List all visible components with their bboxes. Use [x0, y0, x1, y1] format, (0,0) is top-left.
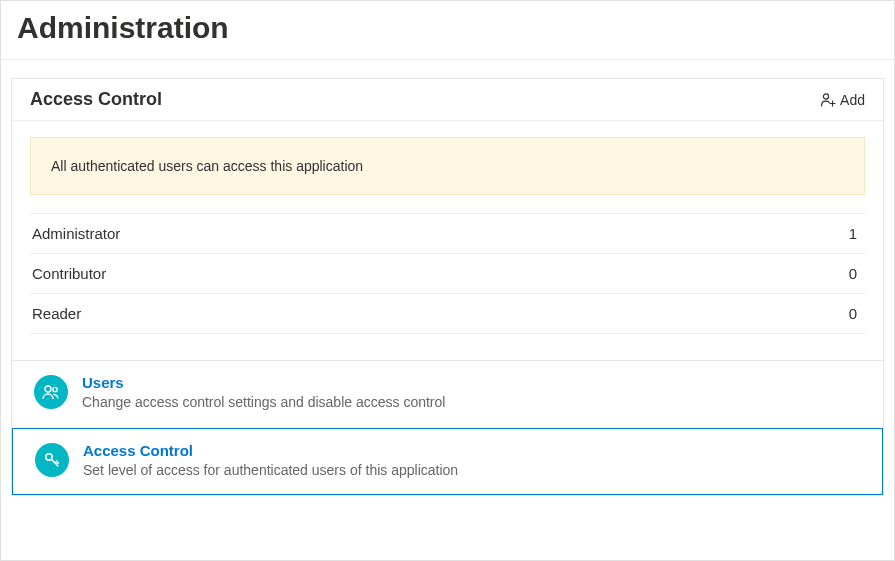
add-button[interactable]: Add	[820, 92, 865, 108]
svg-point-1	[45, 386, 51, 392]
role-name: Reader	[32, 305, 81, 322]
panel-header: Access Control Add	[12, 79, 883, 121]
nav-title-users: Users	[82, 373, 445, 393]
nav-title-access: Access Control	[83, 441, 458, 461]
role-row-reader[interactable]: Reader 0	[30, 294, 865, 334]
key-icon	[35, 443, 69, 477]
svg-point-2	[53, 387, 57, 391]
role-row-contributor[interactable]: Contributor 0	[30, 254, 865, 294]
role-name: Administrator	[32, 225, 120, 242]
nav-links: Users Change access control settings and…	[12, 361, 883, 495]
role-name: Contributor	[32, 265, 106, 282]
role-count: 0	[849, 265, 863, 282]
access-control-panel: Access Control Add All authenticated use…	[11, 78, 884, 496]
nav-text: Access Control Set level of access for a…	[83, 441, 458, 480]
nav-desc-users: Change access control settings and disab…	[82, 393, 445, 413]
banner-text: All authenticated users can access this …	[51, 158, 363, 174]
user-add-icon	[820, 92, 836, 108]
panel-title: Access Control	[30, 89, 162, 110]
page-title: Administration	[17, 11, 878, 45]
add-button-label: Add	[840, 92, 865, 108]
nav-item-users[interactable]: Users Change access control settings and…	[12, 361, 883, 426]
nav-item-access-control[interactable]: Access Control Set level of access for a…	[12, 428, 883, 495]
info-banner: All authenticated users can access this …	[30, 137, 865, 195]
nav-desc-access: Set level of access for authenticated us…	[83, 461, 458, 481]
svg-point-0	[823, 93, 828, 98]
role-count: 1	[849, 225, 863, 242]
users-icon	[34, 375, 68, 409]
role-list: Administrator 1 Contributor 0 Reader 0	[30, 213, 865, 334]
nav-text: Users Change access control settings and…	[82, 373, 445, 412]
role-row-administrator[interactable]: Administrator 1	[30, 213, 865, 254]
page-header: Administration	[1, 1, 894, 60]
role-count: 0	[849, 305, 863, 322]
administration-page: Administration Access Control Add All au…	[0, 0, 895, 561]
